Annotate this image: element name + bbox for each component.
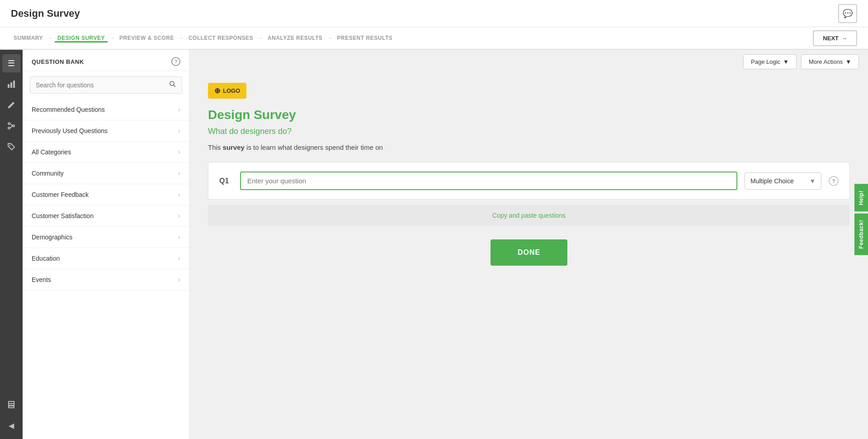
app-title: Design Survey [11,8,80,19]
qb-item-label: Demographics [32,234,72,241]
nav-steps: SUMMARY → DESIGN SURVEY → PREVIEW & SCOR… [11,35,395,41]
qb-item-label: Recommended Questions [32,106,105,113]
search-input[interactable] [30,77,164,93]
nav-arrow-5: → [327,35,333,41]
desc-suffix: is to learn what designers spend their t… [245,143,383,151]
nav-step-summary[interactable]: SUMMARY [11,35,46,41]
next-arrow-icon: → [841,35,847,42]
qb-item-events[interactable]: Events › [23,269,189,291]
sidebar-bottom: ◀ [2,396,20,434]
sidebar-item-branch[interactable] [2,117,20,135]
more-actions-button[interactable]: More Actions ▼ [801,54,859,69]
top-bar-right: 💬 [838,4,857,23]
nav-arrow-3: → [179,35,184,41]
svg-point-4 [8,127,10,129]
sidebar-item-tags[interactable] [2,138,20,156]
svg-line-6 [10,124,13,126]
qb-item-community[interactable]: Community › [23,163,189,184]
chevron-down-icon: ▼ [783,58,789,65]
nav-step-analyze[interactable]: ANALYZE RESULTS [265,35,326,41]
feedback-tab[interactable]: Feedback! [854,213,868,255]
survey-canvas: ⊕ LOGO Design Survey What do designers d… [190,74,868,439]
svg-rect-0 [8,84,9,88]
main-content: Page Logic ▼ More Actions ▼ ⊕ LOGO Desig… [190,50,868,439]
qb-item-recommended[interactable]: Recommended Questions › [23,99,189,120]
qb-item-previously-used[interactable]: Previously Used Questions › [23,120,189,142]
top-bar: Design Survey 💬 [0,0,868,27]
desc-prefix: This [208,143,223,151]
svg-rect-1 [10,82,12,88]
svg-point-5 [13,125,14,127]
qb-item-customer-feedback[interactable]: Customer Feedback › [23,184,189,205]
question-type-label: Multiple Choice [750,177,806,185]
svg-point-11 [170,81,174,86]
svg-line-12 [174,85,175,87]
question-bank-header: QUESTION BANK ? [23,50,189,71]
nav-arrow-4: → [258,35,263,41]
done-row: DONE [208,235,850,279]
svg-line-7 [10,126,13,128]
sidebar-item-survey[interactable]: ☰ [2,54,20,72]
survey-subtitle: What do designers do? [208,127,850,136]
icon-sidebar: ☰ ◀ [0,50,23,439]
question-bank-list: Recommended Questions › Previously Used … [23,99,189,439]
next-button[interactable]: NEXT → [813,30,857,46]
question-input[interactable] [240,172,737,190]
survey-description: This survey is to learn what designers s… [208,143,850,151]
qb-item-label: Customer Feedback [32,191,89,198]
qb-item-customer-satisfaction[interactable]: Customer Satisfaction › [23,205,189,227]
qb-item-all-categories[interactable]: All Categories › [23,142,189,163]
svg-point-3 [8,123,10,124]
chat-icon-button[interactable]: 💬 [838,4,857,23]
content-toolbar: Page Logic ▼ More Actions ▼ [190,50,868,74]
question-type-select[interactable]: Multiple Choice ▼ [745,172,821,190]
main-layout: ☰ ◀ QUESTION BANK ? [0,50,868,439]
desc-bold: survey [223,143,245,151]
chevron-right-icon: › [178,212,180,220]
nav-step-design[interactable]: DESIGN SURVEY [55,35,108,43]
logo-plus-icon: ⊕ [214,86,220,95]
page-logic-label: Page Logic [751,58,780,65]
page-logic-button[interactable]: Page Logic ▼ [743,54,797,69]
question-help-icon[interactable]: ? [829,176,839,186]
copy-paste-link[interactable]: Copy and paste questions [492,212,566,219]
logo-label: LOGO [223,87,240,94]
svg-rect-10 [9,404,14,406]
chevron-right-icon: › [178,169,180,177]
question-bank-title: QUESTION BANK [32,58,84,65]
more-actions-label: More Actions [809,58,843,65]
copy-paste-row[interactable]: Copy and paste questions [208,205,850,226]
svg-point-8 [9,145,11,146]
question-bank-help-icon[interactable]: ? [171,57,180,66]
qb-item-demographics[interactable]: Demographics › [23,227,189,248]
svg-rect-2 [13,81,15,88]
help-tab[interactable]: Help! [854,184,868,212]
question-bank-panel: QUESTION BANK ? Recommended Questions › … [23,50,190,439]
qb-item-label: All Categories [32,148,71,156]
nav-arrow-2: → [109,35,115,41]
chevron-right-icon: › [178,148,180,156]
sidebar-item-edit[interactable] [2,96,20,114]
chevron-right-icon: › [178,127,180,135]
question-block-q1: Q1 Multiple Choice ▼ ? [208,162,850,200]
sidebar-item-chart[interactable] [2,75,20,93]
nav-step-present[interactable]: PRESENT RESULTS [335,35,396,41]
qb-item-label: Events [32,276,51,283]
question-bank-search[interactable] [30,76,182,94]
logo-badge[interactable]: ⊕ LOGO [208,83,246,99]
chevron-right-icon: › [178,254,180,262]
nav-bar: SUMMARY → DESIGN SURVEY → PREVIEW & SCOR… [0,27,868,50]
search-icon[interactable] [164,77,182,93]
nav-arrow-1: → [47,35,53,41]
nav-step-preview[interactable]: PREVIEW & SCORE [117,35,177,41]
survey-title: Design Survey [208,108,850,122]
collapse-sidebar-button[interactable]: ◀ [2,416,20,434]
qb-item-education[interactable]: Education › [23,248,189,269]
sidebar-item-print[interactable] [2,396,20,414]
qb-item-label: Education [32,255,60,262]
chevron-down-icon: ▼ [809,177,816,185]
nav-step-collect[interactable]: COLLECT RESPONSES [186,35,256,41]
chevron-right-icon: › [178,191,180,199]
done-button[interactable]: DONE [491,239,567,266]
question-number: Q1 [219,177,233,185]
